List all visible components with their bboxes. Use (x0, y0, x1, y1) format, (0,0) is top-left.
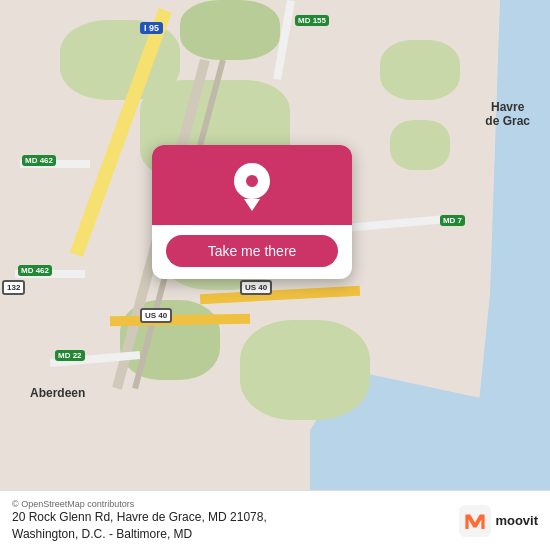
road-label-us40-2: US 40 (140, 308, 172, 323)
bottom-bar: © OpenStreetMap contributors 20 Rock Gle… (0, 490, 550, 550)
road-label-md462-2: MD 462 (18, 265, 52, 276)
pin-tail (244, 199, 260, 211)
osm-credit: © OpenStreetMap contributors (12, 499, 449, 509)
moovit-brand-name: moovit (495, 513, 538, 528)
address-text: 20 Rock Glenn Rd, Havre de Grace, MD 210… (12, 509, 449, 543)
road-label-md462-1: MD 462 (22, 155, 56, 166)
popup-header (152, 145, 352, 225)
pin-circle (234, 163, 270, 199)
popup-body: Take me there (152, 225, 352, 279)
road-label-us40-1: US 40 (240, 280, 272, 295)
moovit-icon (459, 505, 491, 537)
road-label-md7: MD 7 (440, 215, 465, 226)
road-label-md155: MD 155 (295, 15, 329, 26)
green-area (380, 40, 460, 100)
svg-rect-0 (459, 505, 491, 537)
map[interactable]: I 95 MD 155 MD 7 US 40 US 40 MD 462 MD 4… (0, 0, 550, 490)
location-pin-icon (234, 163, 270, 207)
location-popup: Take me there (152, 145, 352, 279)
road-label-md22: MD 22 (55, 350, 85, 361)
address-line2: Washington, D.C. - Baltimore, MD (12, 527, 192, 541)
road-label-i95: I 95 (140, 22, 163, 34)
green-area (180, 0, 280, 60)
moovit-logo: moovit (459, 505, 538, 537)
address-info: © OpenStreetMap contributors 20 Rock Gle… (12, 499, 449, 543)
pin-dot (246, 175, 258, 187)
address-line1: 20 Rock Glenn Rd, Havre de Grace, MD 210… (12, 510, 267, 524)
place-label-havre-de-grace: Havrede Grac (485, 100, 530, 128)
take-me-there-button[interactable]: Take me there (166, 235, 338, 267)
road-label-132: 132 (2, 280, 25, 295)
green-area (390, 120, 450, 170)
place-label-aberdeen: Aberdeen (30, 386, 85, 400)
green-area (240, 320, 370, 420)
